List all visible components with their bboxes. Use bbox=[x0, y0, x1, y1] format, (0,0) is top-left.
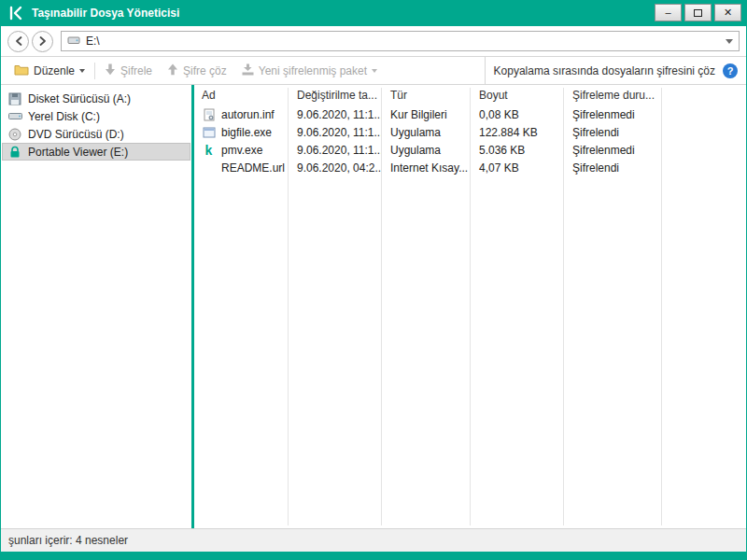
navigation-bar: E:\ bbox=[1, 26, 746, 56]
maximize-button[interactable] bbox=[684, 4, 712, 21]
hard-disk-icon bbox=[7, 110, 22, 122]
file-modified: 9.06.2020, 11:1... bbox=[288, 144, 381, 157]
file-encryption-status: Şifrelenmedi bbox=[563, 144, 661, 157]
file-type: Uygulama bbox=[381, 144, 470, 157]
file-row-bigfile-exe[interactable]: bigfile.exe 9.06.2020, 11:1... Uygulama … bbox=[194, 123, 746, 141]
portable-file-manager-window: Taşınabilir Dosya Yöneticisi – ✕ E:\ bbox=[0, 0, 747, 560]
column-header-size[interactable]: Boyut bbox=[470, 89, 563, 102]
chevron-down-icon bbox=[79, 69, 85, 73]
floppy-drive-icon bbox=[7, 92, 22, 105]
file-modified: 9.06.2020, 11:1... bbox=[288, 108, 381, 121]
sidebar-item-local-disk-c[interactable]: Yerel Disk (C:) bbox=[2, 107, 190, 125]
kaspersky-logo-icon bbox=[7, 4, 25, 22]
url-file-icon bbox=[202, 161, 216, 175]
file-type: Uygulama bbox=[381, 126, 470, 139]
forward-button[interactable] bbox=[32, 31, 53, 52]
encrypt-label: Şifrele bbox=[120, 64, 152, 77]
file-name: README.url bbox=[221, 161, 285, 175]
arrow-left-icon bbox=[12, 35, 25, 48]
new-package-icon bbox=[242, 63, 254, 78]
back-button[interactable] bbox=[7, 31, 29, 52]
organize-label: Düzenle bbox=[34, 64, 75, 77]
status-text: şunları içerir: 4 nesneler bbox=[8, 534, 128, 547]
file-size: 122.884 KB bbox=[470, 126, 563, 139]
dvd-drive-icon bbox=[7, 128, 22, 141]
arrow-right-icon bbox=[36, 35, 49, 48]
column-header-encryption[interactable]: Şifreleme duru... bbox=[563, 89, 661, 102]
window-controls: – ✕ bbox=[655, 4, 741, 21]
file-list-header: Ad Değiştirilme ta... Tür Boyut Şifrelem… bbox=[194, 85, 746, 105]
sidebar-item-label: DVD Sürücüsü (D:) bbox=[28, 128, 124, 141]
toolbar-divider bbox=[94, 63, 95, 79]
address-dropdown-icon[interactable] bbox=[726, 39, 733, 44]
kaspersky-app-file-icon: k bbox=[202, 143, 216, 157]
address-text: E:\ bbox=[86, 35, 100, 48]
minimize-button[interactable]: – bbox=[655, 4, 682, 21]
sidebar-item-label: Portable Viewer (E:) bbox=[28, 146, 128, 159]
decrypt-label: Şifre çöz bbox=[183, 64, 227, 77]
sidebar-item-portable-viewer-e[interactable]: Portable Viewer (E:) bbox=[2, 143, 190, 161]
file-name: pmv.exe bbox=[221, 144, 262, 157]
file-size: 0,08 KB bbox=[470, 108, 563, 121]
drive-icon bbox=[67, 35, 80, 49]
setup-information-file-icon bbox=[202, 107, 216, 121]
titlebar: Taşınabilir Dosya Yöneticisi – ✕ bbox=[1, 0, 746, 26]
file-encryption-status: Şifrelendi bbox=[563, 126, 661, 139]
new-package-label: Yeni şifrelenmiş paket bbox=[259, 64, 367, 77]
column-header-name[interactable]: Ad bbox=[194, 89, 288, 102]
sidebar-item-dvd-d[interactable]: DVD Sürücüsü (D:) bbox=[2, 125, 190, 143]
file-modified: 9.06.2020, 11:1... bbox=[288, 126, 381, 139]
sidebar-item-label: Disket Sürücüsü (A:) bbox=[28, 92, 131, 105]
column-header-modified[interactable]: Değiştirilme ta... bbox=[288, 89, 381, 102]
file-row-autorun-inf[interactable]: autorun.inf 9.06.2020, 11:1... Kur Bilgi… bbox=[194, 105, 746, 123]
new-package-button[interactable]: Yeni şifrelenmiş paket bbox=[234, 57, 385, 84]
file-type: Internet Kısay... bbox=[381, 161, 470, 175]
file-encryption-status: Şifrelenmedi bbox=[563, 108, 661, 121]
file-row-pmv-exe[interactable]: k pmv.exe 9.06.2020, 11:1... Uygulama 5.… bbox=[194, 141, 746, 159]
organize-button[interactable]: Düzenle bbox=[7, 57, 92, 84]
maximize-icon bbox=[694, 9, 702, 17]
close-button[interactable]: ✕ bbox=[714, 4, 741, 21]
minimize-icon: – bbox=[665, 7, 670, 18]
file-size: 4,07 KB bbox=[470, 161, 563, 175]
decrypt-on-copy-label: Kopyalama sırasında dosyaların şifresini… bbox=[494, 64, 715, 77]
decrypt-on-copy-section: Kopyalama sırasında dosyaların şifresini… bbox=[485, 57, 746, 84]
encrypt-arrow-down-icon bbox=[105, 63, 116, 78]
help-icon[interactable]: ? bbox=[723, 63, 738, 78]
encrypt-button[interactable]: Şifrele bbox=[97, 57, 160, 84]
window-bottom-border bbox=[1, 552, 746, 560]
folder-icon bbox=[14, 63, 29, 78]
window-title: Taşınabilir Dosya Yöneticisi bbox=[32, 7, 179, 20]
address-bar[interactable]: E:\ bbox=[61, 31, 740, 51]
status-bar: şunları içerir: 4 nesneler bbox=[1, 528, 746, 552]
column-header-type[interactable]: Tür bbox=[381, 89, 470, 102]
decrypt-arrow-up-icon bbox=[167, 63, 178, 78]
application-file-icon bbox=[202, 125, 216, 139]
file-name: autorun.inf bbox=[221, 108, 275, 121]
file-encryption-status: Şifrelendi bbox=[563, 161, 661, 175]
main-area: Disket Sürücüsü (A:) Yerel Disk (C:) DVD… bbox=[1, 85, 746, 528]
toolbar: Düzenle Şifrele Şifre çöz Yeni şifrelenm… bbox=[1, 56, 746, 85]
sidebar-item-label: Yerel Disk (C:) bbox=[28, 110, 100, 123]
chevron-down-icon bbox=[372, 69, 377, 73]
file-list-pane: Ad Değiştirilme ta... Tür Boyut Şifrelem… bbox=[194, 85, 746, 528]
drives-sidebar: Disket Sürücüsü (A:) Yerel Disk (C:) DVD… bbox=[1, 85, 191, 528]
encrypted-drive-lock-icon bbox=[7, 146, 22, 159]
close-icon: ✕ bbox=[724, 7, 732, 18]
file-name: bigfile.exe bbox=[221, 126, 272, 139]
file-row-readme-url[interactable]: README.url 9.06.2020, 04:2... Internet K… bbox=[194, 159, 746, 176]
file-size: 5.036 KB bbox=[470, 144, 563, 157]
decrypt-button[interactable]: Şifre çöz bbox=[160, 57, 234, 84]
file-modified: 9.06.2020, 04:2... bbox=[288, 161, 381, 175]
file-type: Kur Bilgileri bbox=[381, 108, 470, 121]
sidebar-item-floppy-a[interactable]: Disket Sürücüsü (A:) bbox=[2, 90, 190, 107]
